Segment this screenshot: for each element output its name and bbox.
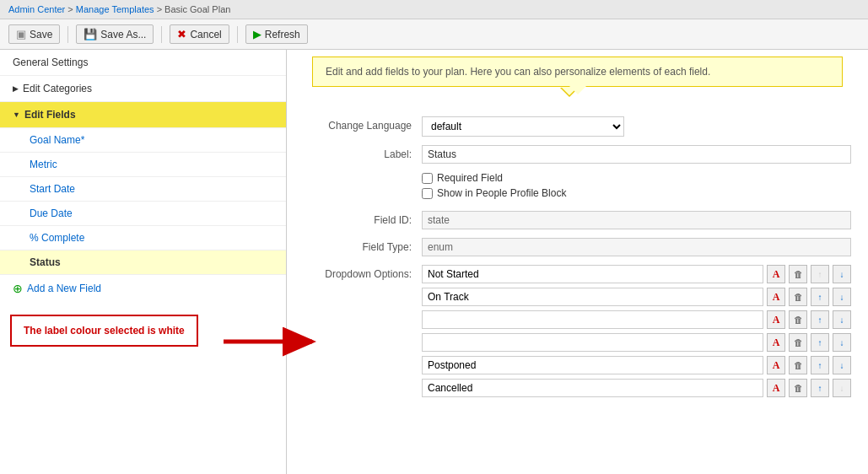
sidebar-sub-start-date[interactable]: Start Date	[0, 177, 286, 202]
move-down-button[interactable]: ↓	[833, 310, 851, 329]
dropdown-options-row: Dropdown Options: A🗑↑↓A🗑↑↓A🗑↑↓A🗑↑↓A🗑↑↓A🗑…	[304, 265, 851, 401]
dropdown-option-row: A🗑↑↓	[422, 333, 851, 352]
content-area: Edit and add fields to your plan. Here y…	[287, 50, 868, 474]
move-up-button[interactable]: ↑	[811, 265, 829, 283]
font-color-button[interactable]: A	[767, 333, 785, 352]
add-icon: ⊕	[13, 282, 23, 295]
delete-option-button[interactable]: 🗑	[789, 379, 807, 397]
sidebar-sub-percent-complete[interactable]: % Complete	[0, 226, 286, 250]
show-people-profile-checkbox[interactable]	[422, 188, 433, 199]
breadcrumb-current: Basic Goal Plan	[164, 4, 230, 14]
dropdown-option-input-5[interactable]	[422, 379, 763, 397]
dropdown-option-input-2[interactable]	[422, 310, 763, 329]
warning-area: The label colour selected is white	[0, 306, 286, 355]
delete-option-button[interactable]: 🗑	[789, 265, 807, 283]
toolbar-separator-2	[161, 26, 162, 43]
sidebar-item-general-settings[interactable]: General Settings	[0, 50, 286, 76]
save-as-button[interactable]: 💾 Save As...	[76, 24, 154, 44]
label-field-label: Label:	[304, 145, 422, 160]
field-id-input[interactable]	[422, 211, 851, 229]
warning-box: The label colour selected is white	[10, 315, 198, 347]
field-type-label: Field Type:	[304, 238, 422, 253]
required-field-checkbox[interactable]	[422, 173, 433, 184]
delete-option-button[interactable]: 🗑	[789, 310, 807, 329]
font-color-button[interactable]: A	[767, 288, 785, 306]
sidebar-sub-due-date[interactable]: Due Date	[0, 202, 286, 226]
delete-option-button[interactable]: 🗑	[789, 288, 807, 306]
delete-option-button[interactable]: 🗑	[789, 333, 807, 352]
font-color-button[interactable]: A	[767, 356, 785, 374]
breadcrumb-admin-center[interactable]: Admin Center	[8, 4, 65, 14]
dropdown-option-input-1[interactable]	[422, 288, 763, 306]
toolbar-separator-3	[237, 26, 238, 43]
delete-option-button[interactable]: 🗑	[789, 356, 807, 374]
sidebar: General Settings ▶ Edit Categories ▼ Edi…	[0, 50, 287, 474]
dropdown-option-row: A🗑↑↓	[422, 379, 851, 397]
sidebar-item-edit-categories[interactable]: ▶ Edit Categories	[0, 76, 286, 102]
collapse-arrow-icon: ▶	[13, 84, 19, 93]
save-button[interactable]: ▣ Save	[8, 24, 60, 44]
move-up-button[interactable]: ↑	[811, 310, 829, 329]
show-people-profile-row: Show in People Profile Block	[422, 187, 851, 199]
field-id-row: Field ID:	[304, 211, 851, 229]
dropdown-options-area: A🗑↑↓A🗑↑↓A🗑↑↓A🗑↑↓A🗑↑↓A🗑↑↓	[422, 265, 851, 401]
checkboxes-area: Required Field Show in People Profile Bl…	[422, 172, 851, 202]
dropdown-options-label: Dropdown Options:	[304, 265, 422, 280]
move-up-button[interactable]: ↑	[811, 288, 829, 306]
form-area: Change Language default Label: Requir	[287, 104, 868, 423]
add-new-field-button[interactable]: ⊕ Add a New Field	[0, 275, 286, 302]
dropdown-option-row: A🗑↑↓	[422, 356, 851, 374]
move-down-button[interactable]: ↓	[833, 356, 851, 374]
required-field-row: Required Field	[422, 172, 851, 184]
move-up-button[interactable]: ↑	[811, 356, 829, 374]
move-down-button[interactable]: ↓	[833, 288, 851, 306]
save-icon: ▣	[16, 28, 26, 40]
toolbar-separator	[67, 26, 68, 43]
sidebar-sub-status[interactable]: Status	[0, 250, 286, 275]
cancel-button[interactable]: ✖ Cancel	[170, 24, 229, 44]
hint-container: Edit and add fields to your plan. Here y…	[299, 57, 855, 87]
label-control	[422, 145, 851, 164]
change-language-label: Change Language	[304, 116, 422, 132]
sidebar-item-edit-fields[interactable]: ▼ Edit Fields	[0, 102, 286, 128]
cancel-icon: ✖	[177, 28, 186, 40]
required-field-label: Required Field	[437, 172, 503, 184]
change-language-select[interactable]: default	[422, 116, 624, 137]
dropdown-option-input-4[interactable]	[422, 356, 763, 374]
label-row: Label:	[304, 145, 851, 164]
field-type-input	[422, 238, 851, 256]
font-color-button[interactable]: A	[767, 265, 785, 283]
font-color-button[interactable]: A	[767, 379, 785, 397]
move-down-button[interactable]: ↓	[833, 265, 851, 283]
move-up-button[interactable]: ↑	[811, 379, 829, 397]
save-as-icon: 💾	[84, 28, 97, 40]
field-type-row: Field Type:	[304, 238, 851, 256]
refresh-button[interactable]: ▶ Refresh	[245, 24, 308, 44]
dropdown-option-input-3[interactable]	[422, 333, 763, 352]
dropdown-option-row: A🗑↑↓	[422, 310, 851, 329]
move-down-button[interactable]: ↓	[833, 333, 851, 352]
dropdown-option-row: A🗑↑↓	[422, 265, 851, 283]
move-up-button[interactable]: ↑	[811, 333, 829, 352]
breadcrumb-manage-templates[interactable]: Manage Templates	[76, 4, 154, 14]
breadcrumb: Admin Center > Manage Templates > Basic …	[0, 0, 868, 19]
refresh-icon: ▶	[253, 28, 261, 40]
field-id-label: Field ID:	[304, 211, 422, 226]
dropdown-option-input-0[interactable]	[422, 265, 763, 283]
change-language-row: Change Language default	[304, 116, 851, 137]
checkboxes-row: Required Field Show in People Profile Bl…	[304, 172, 851, 202]
font-color-button[interactable]: A	[767, 310, 785, 329]
sidebar-sub-metric[interactable]: Metric	[0, 153, 286, 177]
dropdown-option-row: A🗑↑↓	[422, 288, 851, 306]
toolbar: ▣ Save 💾 Save As... ✖ Cancel ▶ Refresh	[0, 19, 868, 50]
show-people-profile-label: Show in People Profile Block	[437, 187, 566, 199]
expand-arrow-icon: ▼	[13, 110, 20, 119]
hint-arrow	[561, 87, 578, 95]
move-down-button[interactable]: ↓	[833, 379, 851, 397]
main-layout: General Settings ▶ Edit Categories ▼ Edi…	[0, 50, 868, 474]
change-language-control: default	[422, 116, 851, 137]
label-input[interactable]	[422, 145, 851, 164]
hint-box: Edit and add fields to your plan. Here y…	[312, 57, 843, 87]
sidebar-sub-goal-name[interactable]: Goal Name*	[0, 128, 286, 153]
